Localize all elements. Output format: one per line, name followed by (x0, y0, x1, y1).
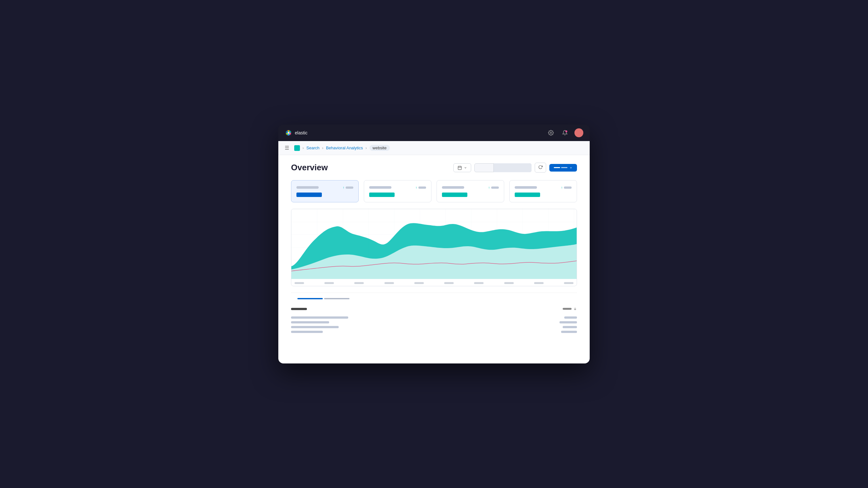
calendar-dropdown-icon (464, 166, 467, 169)
trend-up-arrow-2: ↑ (415, 186, 417, 189)
stats-row: ↑ ↑ (291, 180, 577, 203)
stat-card-click-rate-trend: ↑ (488, 186, 499, 189)
legend-area (291, 293, 577, 304)
svg-point-7 (287, 132, 289, 134)
nav-square-icon (294, 145, 300, 151)
legend-tabs (298, 298, 570, 299)
action-button-label (554, 167, 567, 168)
stat-card-searches[interactable]: ↑ (291, 180, 359, 203)
svg-rect-10 (458, 166, 462, 170)
row-label-2 (291, 321, 329, 324)
page-title: Overview (291, 163, 328, 173)
axis-tick-3 (354, 282, 364, 284)
trend-up-arrow-4: ↑ (561, 186, 563, 189)
stat-card-avg-click[interactable]: ↑ (509, 180, 577, 203)
hamburger-icon[interactable]: ☰ (285, 145, 289, 151)
elastic-logo-icon (285, 129, 292, 136)
main-content: ☰ › Search › Behavioral Analytics › webs… (278, 141, 590, 363)
axis-tick-5 (414, 282, 424, 284)
stat-value-searches (297, 192, 322, 197)
table-row (291, 331, 577, 333)
trend-bar-1 (346, 186, 353, 189)
stat-card-avg-click-trend: ↑ (561, 186, 572, 189)
main-chart (291, 209, 577, 279)
row-value-2 (559, 321, 577, 324)
stat-value-avg-click (515, 192, 540, 197)
breadcrumb-sep-3: › (365, 146, 367, 150)
action-button[interactable] (549, 164, 577, 172)
top-bar-actions (547, 128, 583, 137)
stat-value-no-results (369, 192, 395, 197)
stat-value-click-rate (442, 192, 467, 197)
stat-card-click-rate-header: ↑ (442, 186, 499, 189)
stat-card-searches-label (297, 186, 319, 189)
settings-icon[interactable] (547, 128, 555, 137)
legend-tab-gray (324, 298, 349, 299)
breadcrumb-website: website (370, 145, 390, 151)
axis-tick-6 (444, 282, 454, 284)
axis-tick-2 (324, 282, 334, 284)
browser-window: elastic ☰ › Se (278, 125, 590, 363)
stat-card-searches-trend: ↑ (343, 186, 353, 189)
sort-bar (563, 308, 571, 310)
table-sort-group[interactable] (563, 307, 577, 311)
table-title-group (291, 308, 307, 310)
table-area (291, 304, 577, 338)
legend-tab-blue (298, 298, 323, 299)
row-value-3 (563, 326, 577, 328)
chart-x-axis (291, 280, 577, 286)
svg-point-8 (550, 132, 552, 134)
breadcrumb-search[interactable]: Search (306, 146, 319, 150)
breadcrumb-sep-2: › (322, 146, 323, 150)
stat-card-no-results-header: ↑ (369, 186, 426, 189)
axis-tick-9 (534, 282, 544, 284)
stat-card-click-rate[interactable]: ↑ (437, 180, 504, 203)
table-row (291, 326, 577, 328)
trend-bar-2 (418, 186, 426, 189)
stat-card-searches-header: ↑ (297, 186, 353, 189)
axis-tick-1 (294, 282, 304, 284)
row-value-1 (564, 316, 577, 319)
calendar-icon (458, 165, 462, 170)
chart-container (291, 209, 577, 286)
table-row (291, 321, 577, 324)
table-header-row (291, 304, 577, 313)
trend-bar-3 (491, 186, 499, 189)
axis-tick-7 (474, 282, 484, 284)
sort-down-icon (573, 307, 577, 311)
nav-bar: ☰ › Search › Behavioral Analytics › webs… (278, 141, 590, 155)
page-header: Overview (291, 163, 577, 173)
date-picker-button[interactable] (454, 163, 471, 172)
content-area: Overview (278, 155, 590, 346)
notifications-icon[interactable] (560, 128, 569, 137)
breadcrumb-sep-1: › (303, 146, 304, 150)
stat-card-click-rate-label (442, 186, 464, 189)
axis-tick-8 (504, 282, 514, 284)
table-rows (291, 316, 577, 333)
filter-right-section (493, 163, 531, 172)
stat-card-avg-click-header: ↑ (515, 186, 571, 189)
trend-up-arrow: ↑ (343, 186, 345, 189)
bottom-section (291, 293, 577, 338)
stat-card-no-results[interactable]: ↑ (364, 180, 431, 203)
user-avatar[interactable] (575, 128, 583, 137)
trend-up-arrow-3: ↑ (488, 186, 490, 189)
stat-card-no-results-trend: ↑ (415, 186, 426, 189)
row-label-3 (291, 326, 339, 328)
row-label-1 (291, 316, 348, 319)
top-bar: elastic (278, 125, 590, 141)
trend-bar-4 (564, 186, 571, 189)
table-title-bar (291, 308, 307, 310)
row-value-4 (561, 331, 577, 333)
elastic-logo: elastic (285, 129, 308, 136)
stat-card-avg-click-label (515, 186, 537, 189)
header-controls (454, 163, 577, 173)
table-row (291, 316, 577, 319)
refresh-icon (538, 165, 542, 169)
svg-point-9 (565, 130, 567, 132)
axis-tick-10 (564, 282, 574, 284)
axis-tick-4 (384, 282, 394, 284)
refresh-button[interactable] (535, 163, 546, 173)
breadcrumb-behavioral-analytics[interactable]: Behavioral Analytics (326, 146, 363, 150)
row-label-4 (291, 331, 323, 333)
